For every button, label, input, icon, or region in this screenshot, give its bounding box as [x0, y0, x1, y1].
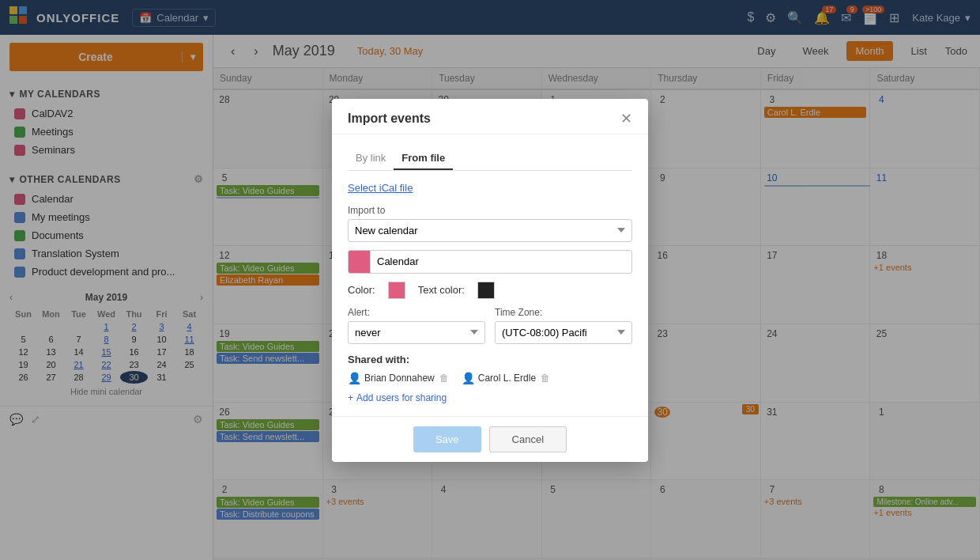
shared-user-carol: 👤 Carol L. Erdle 🗑	[462, 372, 550, 384]
alert-label: Alert:	[348, 307, 485, 318]
add-sharing-label: Add users for sharing	[356, 392, 447, 403]
shared-user-name-brian: Brian Donnahew	[364, 373, 435, 384]
shared-user-name-carol: Carol L. Erdle	[478, 373, 536, 384]
dialog-header: Import events ✕	[332, 99, 648, 134]
dialog-title: Import events	[348, 112, 431, 126]
save-button[interactable]: Save	[413, 426, 481, 452]
trash-icon-carol[interactable]: 🗑	[541, 373, 550, 384]
color-row: Color: Text color:	[348, 282, 632, 299]
alert-timezone-row: Alert: never 5 minutes Time Zone: (UTC-0…	[348, 307, 632, 344]
dialog-tabs: By link From file	[348, 147, 632, 171]
add-sharing-link[interactable]: + Add users for sharing	[348, 392, 632, 403]
shared-with-header: Shared with:	[348, 354, 632, 365]
plus-icon: +	[348, 392, 353, 403]
timezone-select[interactable]: (UTC-08:00) Pacifi	[495, 321, 632, 344]
import-to-label: Import to	[348, 205, 632, 216]
text-color-label: Text color:	[418, 284, 465, 296]
select-ical-link[interactable]: Select iCal file	[348, 182, 632, 194]
alert-select[interactable]: never 5 minutes	[348, 321, 485, 344]
cancel-button[interactable]: Cancel	[489, 426, 567, 452]
dialog-close-button[interactable]: ✕	[620, 112, 632, 126]
shared-users-list: 👤 Brian Donnahew 🗑 👤 Carol L. Erdle 🗑	[348, 372, 632, 384]
calendar-name-row	[348, 250, 632, 274]
color-swatch-pink[interactable]	[388, 282, 405, 299]
color-swatch-black[interactable]	[477, 282, 495, 299]
user-icon-brian: 👤	[348, 372, 361, 384]
user-icon-carol: 👤	[462, 372, 475, 384]
shared-user-brian: 👤 Brian Donnahew 🗑	[348, 372, 449, 384]
cal-name-color-box	[349, 251, 371, 273]
calendar-name-input[interactable]	[371, 252, 631, 271]
tab-by-link[interactable]: By link	[348, 147, 394, 170]
import-events-dialog: Import events ✕ By link From file Select…	[332, 99, 648, 462]
import-to-select[interactable]: New calendar CalDAV2 Meetings	[348, 219, 632, 242]
dialog-body: By link From file Select iCal file Impor…	[332, 134, 648, 416]
dialog-overlay[interactable]: Import events ✕ By link From file Select…	[0, 0, 980, 560]
trash-icon-brian[interactable]: 🗑	[439, 373, 449, 384]
color-label: Color:	[348, 284, 375, 296]
tab-from-file[interactable]: From file	[394, 147, 453, 170]
timezone-label: Time Zone:	[495, 307, 632, 318]
dialog-footer: Save Cancel	[332, 416, 648, 462]
